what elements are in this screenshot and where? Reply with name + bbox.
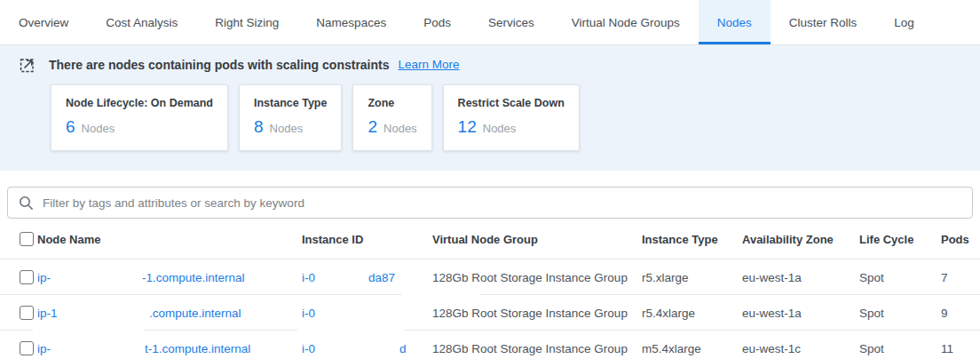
banner-message: There are nodes containing pods with sca… <box>49 58 390 72</box>
instance-type-cell: r5.xlarge <box>642 270 689 283</box>
card-value: 8 Nodes <box>254 117 327 137</box>
node-name-link[interactable]: t-1.compute.internal <box>145 342 250 355</box>
card-unit: Nodes <box>82 122 115 135</box>
column-header-instance-id: Instance ID <box>302 232 363 245</box>
tab-bar: Overview Cost Analysis Right Sizing Name… <box>0 0 980 45</box>
table-row: ip- t-1.compute.internal i-0 d 128Gb Roo… <box>0 331 980 359</box>
card-unit: Nodes <box>383 122 417 135</box>
tab-virtual-node-groups[interactable]: Virtual Node Groups <box>553 0 699 44</box>
card-count: 6 <box>66 117 75 137</box>
tab-namespaces[interactable]: Namespaces <box>297 0 405 44</box>
node-name-link[interactable]: -1.compute.internal <box>142 270 245 283</box>
row-checkbox[interactable] <box>20 270 34 284</box>
card-title: Node Lifecycle: On Demand <box>66 97 213 109</box>
tab-log[interactable]: Log <box>875 0 933 44</box>
life-cycle-cell: Spot <box>859 342 884 355</box>
card-instance-type[interactable]: Instance Type 8 Nodes <box>239 84 342 151</box>
card-restrict-scale-down[interactable]: Restrict Scale Down 12 Nodes <box>443 84 580 151</box>
column-header-pods: Pods <box>941 232 969 245</box>
filter-bar[interactable] <box>7 187 973 219</box>
column-header-virtual-node-group: Virtual Node Group <box>432 232 538 245</box>
pods-cell: 7 <box>941 270 948 283</box>
card-node-lifecycle[interactable]: Node Lifecycle: On Demand 6 Nodes <box>51 84 228 151</box>
instance-id-link[interactable]: da87 <box>368 270 395 283</box>
pods-cell: 9 <box>941 306 948 319</box>
redaction-artifact <box>297 329 404 331</box>
node-name-link[interactable]: ip- <box>37 270 51 283</box>
column-header-instance-type: Instance Type <box>642 232 718 245</box>
availability-zone-cell: eu-west-1a <box>742 270 802 283</box>
nodes-table: Node Name Instance ID Virtual Node Group… <box>0 219 980 359</box>
availability-zone-cell: eu-west-1a <box>742 306 802 319</box>
card-unit: Nodes <box>270 122 304 135</box>
card-value: 2 Nodes <box>368 117 416 137</box>
banner-message-row: There are nodes containing pods with sca… <box>0 56 980 73</box>
card-value: 6 Nodes <box>66 117 213 137</box>
column-header-availability-zone: Availability Zone <box>742 232 834 245</box>
table-body: ip- -1.compute.internal i-0 da87 128Gb R… <box>0 259 980 359</box>
scaling-constraint-icon <box>20 56 36 73</box>
table-row: ip-1 .compute.internal i-0 128Gb Root St… <box>0 295 980 331</box>
table-header-row: Node Name Instance ID Virtual Node Group… <box>0 219 980 259</box>
availability-zone-cell: eu-west-1c <box>742 342 801 355</box>
redaction-artifact <box>402 293 480 296</box>
node-name-link[interactable]: ip-1 <box>37 306 58 319</box>
tab-overview[interactable]: Overview <box>0 0 87 44</box>
life-cycle-cell: Spot <box>859 270 884 283</box>
scaling-constraints-banner: There are nodes containing pods with sca… <box>0 45 980 171</box>
card-count: 8 <box>254 117 264 137</box>
card-title: Restrict Scale Down <box>458 97 565 109</box>
instance-type-cell: r5.4xlarge <box>642 306 695 319</box>
instance-type-cell: m5.4xlarge <box>642 342 701 355</box>
card-count: 2 <box>368 117 377 137</box>
nodes-page: Overview Cost Analysis Right Sizing Name… <box>0 0 980 359</box>
card-count: 12 <box>458 117 477 137</box>
node-name-link[interactable]: .compute.internal <box>149 306 241 319</box>
card-zone[interactable]: Zone 2 Nodes <box>352 84 431 151</box>
tab-cost-analysis[interactable]: Cost Analysis <box>87 0 196 44</box>
search-icon <box>19 195 34 211</box>
tab-nodes[interactable]: Nodes <box>699 0 771 44</box>
instance-id-link[interactable]: i-0 <box>302 270 315 283</box>
tab-services[interactable]: Services <box>470 0 553 44</box>
tab-pods[interactable]: Pods <box>405 0 470 44</box>
table-row: ip- -1.compute.internal i-0 da87 128Gb R… <box>0 259 980 295</box>
virtual-node-group-cell: 128Gb Root Storage Instance Group <box>432 270 628 283</box>
virtual-node-group-cell: 128Gb Root Storage Instance Group <box>432 306 628 319</box>
column-header-node-name: Node Name <box>37 232 101 245</box>
redaction-artifact <box>33 329 145 331</box>
tab-cluster-rolls[interactable]: Cluster Rolls <box>771 0 876 44</box>
column-header-life-cycle: Life Cycle <box>859 232 913 245</box>
instance-id-link[interactable]: i-0 <box>302 306 315 319</box>
instance-id-link[interactable]: d <box>399 342 407 355</box>
row-checkbox[interactable] <box>20 341 34 355</box>
card-title: Instance Type <box>254 97 327 109</box>
card-value: 12 Nodes <box>458 117 565 137</box>
learn-more-link[interactable]: Learn More <box>399 58 460 71</box>
filter-input[interactable] <box>43 196 961 210</box>
node-name-link[interactable]: ip- <box>37 342 51 355</box>
instance-id-link[interactable]: i-0 <box>302 342 315 355</box>
tab-right-sizing[interactable]: Right Sizing <box>196 0 297 44</box>
constraint-cards: Node Lifecycle: On Demand 6 Nodes Instan… <box>51 84 980 151</box>
pods-cell: 11 <box>941 342 953 355</box>
life-cycle-cell: Spot <box>859 306 884 319</box>
row-checkbox[interactable] <box>20 306 34 320</box>
virtual-node-group-cell: 128Gb Root Storage Instance Group <box>432 342 628 355</box>
card-title: Zone <box>368 97 416 109</box>
card-unit: Nodes <box>483 122 517 135</box>
select-all-checkbox[interactable] <box>20 232 34 246</box>
